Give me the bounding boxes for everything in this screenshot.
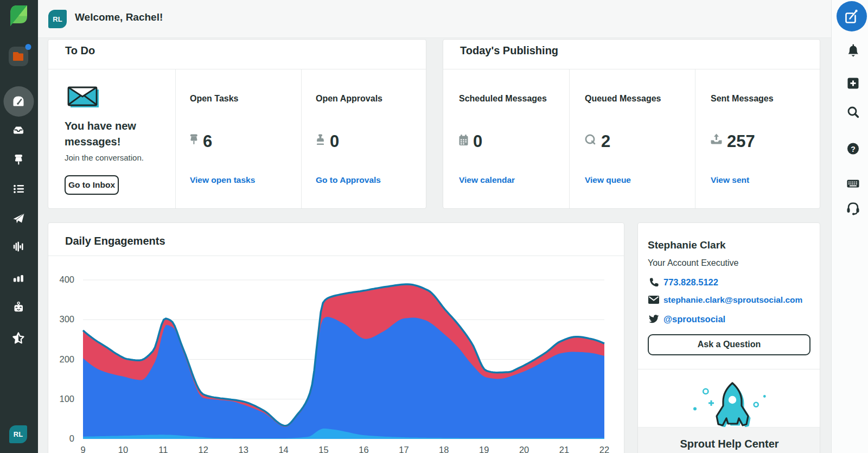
svg-text:20: 20: [519, 445, 529, 453]
svg-text:14: 14: [278, 445, 288, 453]
svg-text:10: 10: [118, 445, 128, 453]
svg-text:11: 11: [158, 445, 168, 453]
svg-text:200: 200: [59, 354, 74, 364]
svg-text:100: 100: [59, 394, 74, 404]
svg-text:?: ?: [851, 145, 856, 154]
svg-text:15: 15: [318, 445, 328, 453]
svg-text:9: 9: [80, 445, 85, 453]
svg-text:17: 17: [399, 445, 409, 453]
svg-text:12: 12: [199, 445, 208, 453]
svg-text:19: 19: [479, 445, 489, 453]
svg-text:300: 300: [59, 314, 74, 324]
svg-text:22: 22: [599, 445, 609, 453]
svg-text:13: 13: [239, 445, 248, 453]
svg-text:0: 0: [69, 433, 74, 443]
svg-text:16: 16: [359, 445, 368, 453]
svg-text:400: 400: [59, 275, 74, 284]
svg-text:21: 21: [559, 445, 569, 453]
svg-text:18: 18: [439, 445, 449, 453]
